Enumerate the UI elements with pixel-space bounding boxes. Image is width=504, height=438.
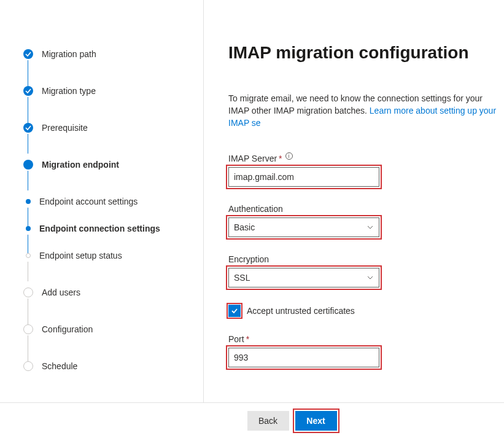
step-migration-type[interactable]: Migration type — [23, 85, 203, 97]
step-migration-endpoint[interactable]: Migration endpoint — [23, 158, 203, 171]
footer-bar: Back Next — [0, 402, 504, 438]
check-icon — [23, 49, 33, 59]
step-endpoint-status[interactable]: Endpoint setup status — [23, 249, 203, 262]
wizard-sidebar: Migration path Migration type Prerequisi… — [0, 0, 204, 402]
step-prerequisite[interactable]: Prerequisite — [23, 122, 203, 134]
step-migration-path[interactable]: Migration path — [23, 48, 203, 60]
port-label: Port * — [228, 334, 504, 344]
step-label: Configuration — [42, 324, 93, 334]
port-input[interactable]: 993 — [228, 348, 379, 367]
chevron-down-icon — [366, 274, 374, 281]
step-label: Add users — [42, 287, 80, 297]
authentication-select[interactable]: Basic — [228, 217, 379, 237]
field-authentication: Authentication Basic — [228, 204, 504, 237]
accept-untrusted-label: Accept untrusted certificates — [247, 306, 355, 316]
step-schedule[interactable]: Schedule — [23, 360, 203, 372]
authentication-label: Authentication — [228, 204, 504, 214]
info-icon[interactable]: i — [285, 152, 293, 160]
field-encryption: Encryption SSL — [228, 254, 504, 287]
pending-step-icon — [23, 287, 33, 297]
substep-pending-icon — [26, 253, 31, 258]
step-label: Prerequisite — [42, 123, 88, 133]
back-button[interactable]: Back — [247, 411, 289, 431]
imap-server-label: IMAP Server * i — [228, 154, 504, 163]
check-icon — [23, 86, 33, 96]
encryption-label: Encryption — [228, 254, 504, 264]
imap-server-input[interactable]: imap.gmail.com — [228, 167, 379, 187]
step-label: Endpoint account settings — [39, 197, 138, 206]
accept-untrusted-checkbox[interactable] — [228, 305, 241, 317]
step-add-users[interactable]: Add users — [23, 286, 203, 299]
checkmark-icon — [231, 307, 238, 315]
page-title: IMAP migration configuration — [228, 43, 504, 63]
substep-icon — [26, 199, 31, 204]
required-asterisk: * — [279, 154, 282, 163]
step-configuration[interactable]: Configuration — [23, 323, 203, 335]
current-step-icon — [23, 160, 33, 170]
chevron-down-icon — [366, 224, 374, 231]
field-port: Port * 993 — [228, 334, 504, 367]
step-label: Migration path — [42, 49, 96, 59]
step-label: Migration endpoint — [42, 160, 119, 170]
required-asterisk: * — [246, 334, 249, 344]
encryption-select[interactable]: SSL — [228, 268, 379, 287]
pending-step-icon — [23, 324, 33, 334]
step-label: Endpoint setup status — [39, 251, 122, 260]
substep-icon — [26, 226, 31, 231]
accept-untrusted-row: Accept untrusted certificates — [228, 305, 504, 317]
description-text: To migrate email, we need to know the co… — [228, 92, 504, 129]
pending-step-icon — [23, 361, 33, 371]
step-endpoint-account[interactable]: Endpoint account settings — [23, 195, 203, 208]
step-label: Endpoint connection settings — [39, 224, 160, 233]
step-label: Migration type — [42, 86, 96, 96]
main-panel: IMAP migration configuration To migrate … — [204, 0, 504, 402]
field-imap-server: IMAP Server * i imap.gmail.com — [228, 154, 504, 187]
check-icon — [23, 123, 33, 133]
next-button[interactable]: Next — [295, 411, 337, 431]
step-label: Schedule — [42, 361, 77, 371]
step-endpoint-connection[interactable]: Endpoint connection settings — [23, 222, 203, 235]
